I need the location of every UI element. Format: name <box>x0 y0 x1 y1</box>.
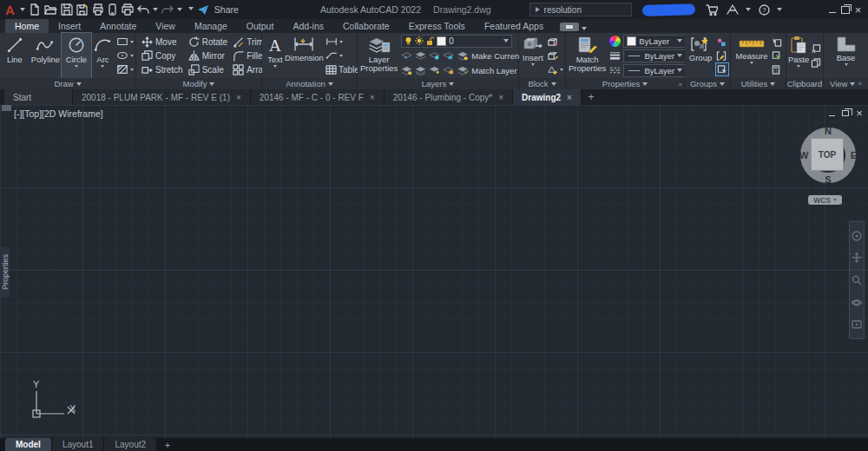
groups-panel-label[interactable]: Groups <box>685 78 730 89</box>
polyline-button[interactable]: Polyline <box>30 33 62 78</box>
viewcube-north[interactable]: N <box>825 126 832 136</box>
wcs-dropdown[interactable]: WCS <box>808 195 842 205</box>
create-block-button[interactable] <box>547 36 563 48</box>
undo-caret-icon[interactable] <box>153 8 158 11</box>
layers-panel-label[interactable]: Layers <box>358 78 518 89</box>
linetype-select[interactable]: ByLayer <box>623 64 686 77</box>
model-tab[interactable]: Model <box>5 438 52 451</box>
tab-featured-apps[interactable]: Featured Apps <box>475 19 553 33</box>
ellipse-button[interactable] <box>116 49 134 62</box>
ribbon-display-toggle[interactable] <box>560 23 579 31</box>
scale-button[interactable]: Scale <box>188 64 227 75</box>
file-tab-2[interactable]: 20146 - MF - C - 0 - REV F × <box>251 89 385 105</box>
open-button[interactable] <box>44 2 57 17</box>
drawing-restore-button[interactable] <box>840 108 851 118</box>
qnew-button[interactable] <box>29 2 41 17</box>
insert-button[interactable]: Insert <box>521 33 545 78</box>
clipboard-panel-label[interactable]: Clipboard <box>786 78 823 89</box>
zoom-icon[interactable] <box>852 275 862 285</box>
plot-button[interactable] <box>92 2 104 17</box>
stretch-button[interactable]: Stretch <box>141 64 183 75</box>
modify-panel-label[interactable]: Modify <box>136 78 261 89</box>
dimension-button[interactable]: Dimension <box>285 33 324 78</box>
arc-button[interactable]: Arc <box>91 33 115 78</box>
mirror-button[interactable]: Mirror <box>188 50 227 62</box>
undo-button[interactable] <box>137 2 149 17</box>
view-panel-label[interactable]: View» <box>824 78 868 89</box>
share-label[interactable]: Share <box>214 4 239 15</box>
copy-button[interactable]: Copy <box>141 50 183 62</box>
file-tab-drawing2[interactable]: Drawing2 × <box>513 89 582 105</box>
line-button[interactable]: Line <box>0 33 30 78</box>
tab-home[interactable]: Home <box>5 19 49 33</box>
object-color-select[interactable]: ByLayer <box>623 35 686 48</box>
tab-addins[interactable]: Add-ins <box>283 19 333 33</box>
close-tab-icon[interactable]: × <box>567 93 572 102</box>
close-tab-icon[interactable]: × <box>370 93 375 102</box>
quick-select-button[interactable] <box>772 49 782 62</box>
autodesk-account-icon[interactable] <box>725 2 740 17</box>
linear-dim-button[interactable] <box>326 36 359 48</box>
ribbon-display-caret-icon[interactable] <box>582 27 587 30</box>
match-layer-button[interactable]: Match Layer <box>471 66 516 75</box>
tab-collaborate[interactable]: Collaborate <box>333 19 399 33</box>
file-tab-start[interactable]: Start <box>4 89 73 105</box>
paste-button[interactable]: Paste <box>788 33 809 78</box>
tab-express-tools[interactable]: Express Tools <box>399 19 475 33</box>
viewcube[interactable]: TOP N S W E <box>800 127 856 183</box>
share-icon[interactable] <box>197 2 209 17</box>
customize-qat-caret-icon[interactable] <box>188 7 194 10</box>
file-tab-3[interactable]: 20146 - Plumbing - Copy* × <box>385 89 513 105</box>
draw-panel-label[interactable]: Draw <box>0 78 135 89</box>
close-tab-icon[interactable]: × <box>498 93 503 102</box>
save-button[interactable] <box>61 2 73 17</box>
measure-button[interactable]: Measure <box>733 33 770 78</box>
tab-output[interactable]: Output <box>237 19 284 33</box>
group-selection-toggle[interactable] <box>716 63 728 75</box>
redo-button[interactable] <box>161 2 174 17</box>
make-current-button[interactable]: Make Current <box>471 51 522 61</box>
orbit-icon[interactable] <box>852 297 862 308</box>
layer-select[interactable]: 0 <box>401 35 512 48</box>
id-point-button[interactable] <box>772 36 782 48</box>
close-button[interactable] <box>852 2 865 17</box>
group-button[interactable]: Group <box>687 33 714 78</box>
viewcube-east[interactable]: E <box>851 150 857 160</box>
rectangle-button[interactable] <box>116 36 134 48</box>
file-tab-1[interactable]: 20018 - PLUM PARK - MF - REV E (1) × <box>73 89 251 105</box>
properties-palette-tab[interactable]: Properties <box>0 247 10 297</box>
redo-caret-icon[interactable] <box>177 8 182 11</box>
autocad-logo-icon[interactable]: A <box>3 3 16 16</box>
layout1-tab[interactable]: Layout1 <box>52 438 105 451</box>
write-block-button[interactable] <box>547 49 563 62</box>
help-caret-icon[interactable] <box>777 8 782 11</box>
viewport-controls[interactable]: [-][Top][2D Wireframe] <box>14 108 103 119</box>
account-caret-icon[interactable] <box>746 8 751 11</box>
circle-button[interactable]: Circle <box>62 33 91 78</box>
new-drawing-tab-button[interactable]: + <box>582 89 601 105</box>
match-properties-button[interactable]: Match Properties <box>569 33 606 78</box>
attributes-button[interactable] <box>547 63 563 75</box>
drawing-close-button[interactable] <box>854 108 865 118</box>
properties-panel-launcher[interactable]: » <box>679 81 682 88</box>
utilities-panel-label[interactable]: Utilities <box>731 78 786 89</box>
help-icon[interactable]: ? <box>756 2 772 17</box>
navigation-bar[interactable] <box>849 221 865 339</box>
app-menu-caret-icon[interactable] <box>20 8 25 11</box>
viewcube-west[interactable]: W <box>799 150 808 160</box>
pan-icon[interactable] <box>852 252 862 263</box>
rotate-button[interactable]: Rotate <box>188 36 227 48</box>
copy-clip-button[interactable] <box>811 56 821 69</box>
search-input[interactable]: resolution <box>529 3 632 16</box>
new-layout-button[interactable]: + <box>157 438 178 451</box>
quick-calculator-button[interactable] <box>772 63 782 75</box>
hatch-button[interactable] <box>116 63 134 75</box>
restore-button[interactable] <box>838 2 852 17</box>
tab-view[interactable]: View <box>146 19 185 33</box>
text-button[interactable]: A Text <box>266 33 285 78</box>
drawing-minimize-button[interactable] <box>826 108 837 118</box>
showmotion-icon[interactable] <box>852 319 862 330</box>
lineweight-select[interactable]: ByLayer <box>623 49 686 62</box>
group-edit-button[interactable] <box>716 49 728 62</box>
save-as-button[interactable] <box>76 2 89 17</box>
